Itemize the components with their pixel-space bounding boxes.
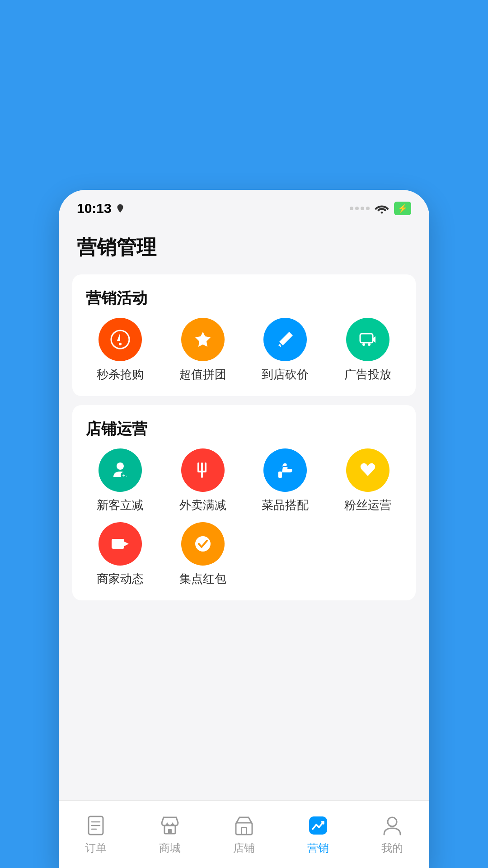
svg-point-17 (195, 536, 211, 552)
svg-rect-10 (201, 462, 203, 478)
content-page-title: 营销管理 (77, 234, 411, 261)
marketing-icon (306, 814, 330, 837)
shangjiadongtai-label: 商家动态 (97, 571, 144, 587)
page-content: 营销管理 营销活动 秒杀抢购 超值拼团 (59, 221, 429, 802)
nav-profile[interactable]: 我的 (355, 814, 429, 855)
guanggao-item[interactable]: 广告投放 (329, 318, 407, 382)
wifi-icon (374, 203, 389, 214)
svg-rect-14 (278, 472, 282, 478)
nav-order[interactable]: 订单 (59, 814, 133, 855)
svg-point-7 (117, 462, 124, 470)
store-operations-title: 店铺运营 (81, 419, 407, 448)
guanggao-label: 广告投放 (344, 367, 391, 382)
svg-rect-23 (168, 829, 172, 834)
kandanjia-label: 到店砍价 (262, 367, 309, 382)
bottom-navigation: 订单 商城 店铺 营销 (59, 800, 429, 868)
pintuan-item[interactable]: 超值拼团 (164, 318, 242, 382)
status-bar: 10:13 ⚡ (59, 190, 429, 221)
nav-shop-label: 商城 (159, 841, 181, 855)
waimaiman-label: 外卖满减 (179, 497, 226, 513)
signal-icon (350, 207, 370, 210)
seckill-label: 秒杀抢购 (97, 367, 144, 382)
jidianhongbao-item[interactable]: 集点红包 (164, 522, 242, 587)
caipindapei-icon (263, 448, 307, 492)
fensiyunying-label: 粉丝运营 (344, 497, 391, 513)
jidianhongbao-label: 集点红包 (179, 571, 226, 587)
kandanjia-icon (263, 318, 307, 361)
shangjiadongtai-icon (99, 522, 142, 566)
xinkelijian-icon: + (99, 448, 142, 492)
svg-marker-16 (124, 542, 129, 546)
waimaiman-item[interactable]: 外卖满减 (164, 448, 242, 513)
guanggao-icon (346, 318, 389, 361)
svg-point-6 (368, 343, 371, 346)
svg-text:+: + (122, 472, 126, 479)
fensiyunying-icon (346, 448, 389, 492)
svg-rect-13 (197, 471, 206, 472)
svg-rect-12 (205, 462, 206, 472)
store-operations-card: 店铺运营 + 新客立减 (72, 405, 416, 600)
shop-icon (158, 814, 182, 837)
nav-order-label: 订单 (85, 841, 107, 855)
marketing-activities-grid: 秒杀抢购 超值拼团 到店砍价 (81, 318, 407, 382)
page-header: 营销管理 (59, 221, 429, 270)
pintuan-label: 超值拼团 (179, 367, 226, 382)
svg-point-5 (362, 343, 365, 346)
svg-point-0 (381, 212, 383, 214)
fensiyunying-item[interactable]: 粉丝运营 (329, 448, 407, 513)
svg-marker-2 (117, 333, 120, 341)
svg-rect-4 (360, 334, 373, 343)
store-operations-grid: + 新客立减 外卖满减 (81, 448, 407, 587)
nav-store[interactable]: 店铺 (207, 814, 281, 855)
marketing-activities-title: 营销活动 (81, 288, 407, 318)
svg-point-3 (119, 343, 122, 345)
caipindapei-label: 菜品搭配 (262, 497, 309, 513)
seckill-item[interactable]: 秒杀抢购 (81, 318, 160, 382)
svg-point-27 (388, 817, 397, 826)
nav-store-label: 店铺 (233, 841, 255, 855)
caipindapei-item[interactable]: 菜品搭配 (246, 448, 324, 513)
svg-rect-25 (241, 827, 247, 835)
xinkelijian-item[interactable]: + 新客立减 (81, 448, 160, 513)
xinkelijian-label: 新客立减 (97, 497, 144, 513)
location-icon (115, 203, 125, 213)
pintuan-icon (181, 318, 225, 361)
shangjiadongtai-item[interactable]: 商家动态 (81, 522, 160, 587)
battery-icon: ⚡ (394, 202, 411, 215)
nav-shop[interactable]: 商城 (133, 814, 207, 855)
nav-marketing-label: 营销 (307, 841, 329, 855)
profile-icon (380, 814, 404, 837)
status-time: 10:13 (77, 201, 125, 216)
waimaiman-icon (181, 448, 225, 492)
svg-rect-24 (236, 823, 252, 835)
svg-rect-15 (112, 539, 124, 549)
nav-profile-label: 我的 (381, 841, 403, 855)
jidianhongbao-icon (181, 522, 225, 566)
status-icons: ⚡ (350, 202, 411, 215)
nav-marketing[interactable]: 营销 (281, 814, 355, 855)
order-icon (84, 814, 108, 837)
kandanjia-item[interactable]: 到店砍价 (246, 318, 324, 382)
phone-mockup: 10:13 ⚡ 营销管理 (59, 190, 429, 868)
store-icon (232, 814, 256, 837)
seckill-icon (99, 318, 142, 361)
svg-rect-11 (197, 462, 199, 472)
marketing-activities-card: 营销活动 秒杀抢购 超值拼团 (72, 274, 416, 396)
